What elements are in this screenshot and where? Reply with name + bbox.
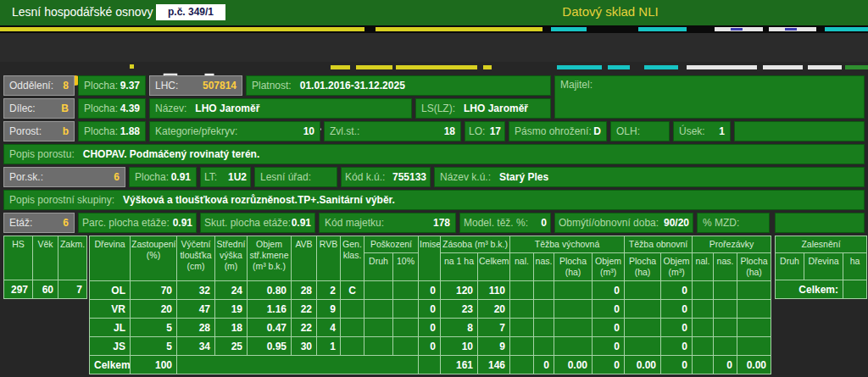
field-label: Lesní úřad: (260, 171, 311, 183)
field-value: 0.91 (173, 217, 192, 229)
field-value: D (593, 125, 601, 137)
species-row: VR 20 47 19 1.16 22 9 0 23 20 0 0 (90, 300, 771, 319)
field-skut-plocha: Skut. plocha etáže: 0.91 (200, 213, 315, 233)
field-label: Kód k.ú.: (345, 171, 385, 183)
field-label: Kód majetku: (325, 217, 384, 229)
cell (419, 356, 441, 374)
group-header-zasoba: Zásoba (m³ b.k.) (441, 236, 510, 253)
toolbar: 100 % (0, 33, 868, 62)
field-empty-porost (734, 121, 865, 141)
cell (534, 281, 554, 300)
cell: 0 (593, 356, 625, 374)
cell: 0 (593, 281, 625, 300)
hs-table-row: 297 60 7 (4, 280, 87, 299)
map-strip-segment (551, 27, 587, 31)
col-header-zastoupeni: Zastoupení (%) (131, 236, 177, 281)
col-header-zakm: Zakm. (58, 236, 87, 280)
cell (737, 281, 771, 300)
field-value: Výšková a tloušťková rozrůzněnost.TP+.Sa… (123, 194, 395, 206)
field-value: 1.88 (120, 125, 140, 137)
col-header-to-plocha: Plocha (ha) (625, 253, 661, 281)
col-header-zal-ha: ha (843, 253, 867, 280)
cell: 0.00 (625, 356, 661, 374)
field-platnost: Platnost: 01.01.2016-31.12.2025 (246, 75, 551, 96)
cell (625, 281, 661, 300)
field-etaz: Etáž: 6 (3, 213, 75, 233)
field-oddeleni: Oddělení: 8 (3, 75, 75, 96)
map-strip-segment (0, 27, 364, 31)
map-strip-segment (376, 27, 542, 31)
cell (554, 281, 593, 300)
field-label: Plocha: (84, 125, 118, 137)
cell (625, 300, 661, 319)
app-window: Lesní hospodářské osnovy p.č. 349/1 Dato… (0, 0, 868, 377)
col-header-pr-nas: nas. (714, 253, 737, 281)
total-label: Celkem: (90, 356, 131, 374)
field-label: Parc. plocha etáže: (82, 217, 170, 229)
cell (393, 337, 419, 356)
cell: 0 (419, 337, 441, 356)
cell (714, 337, 737, 356)
cell: 0 (661, 319, 693, 337)
col-header-celkem: Celkem (478, 253, 510, 281)
parcel-number-box[interactable]: p.č. 349/1 (156, 4, 225, 20)
map-strip-segment (825, 27, 868, 31)
map-strip-top (0, 25, 868, 33)
cell: 100 (131, 356, 177, 374)
field-value: 0.91 (171, 171, 191, 183)
cell (554, 337, 593, 356)
map-strip-segment (483, 65, 492, 69)
field-label: Majitel: (560, 79, 593, 91)
col-header-tv-nal: nal. (510, 253, 534, 281)
species-table: Dřevina Zastoupení (%) Výčetní tloušťka … (89, 236, 771, 374)
field-value: 01.01.2016-31.12.2025 (300, 80, 405, 91)
cell: 0.95 (248, 337, 292, 356)
cell: 5 (131, 319, 177, 337)
field-value: 6 (63, 217, 69, 229)
cell: 0 (593, 300, 625, 319)
cell-drevina: JS (90, 337, 131, 356)
col-header-tv-objem: Objem (m³) (593, 253, 625, 281)
field-label: Model. těž. %: (464, 217, 528, 229)
species-row: OL 70 32 24 0.80 28 2 C 0 120 110 0 0 (90, 281, 771, 300)
cell: 0 (593, 337, 625, 356)
field-value: 1 (719, 125, 725, 137)
cell-drevina: JL (90, 319, 131, 337)
field-mzd: % MZD: (697, 213, 770, 233)
cell: 19 (215, 300, 248, 319)
field-value: 1U2 (228, 171, 247, 183)
row-etaz: Etáž: 6 Parc. plocha etáže: 0.91 Skut. p… (0, 213, 868, 233)
cell (693, 300, 714, 319)
field-label: Kategorie/překryv: (155, 125, 237, 137)
cell: 0.00 (737, 356, 771, 374)
zalesneni-table: Zalesnění Druh Dřevina ha Celkem: (775, 236, 867, 299)
cell: 70 (131, 281, 177, 300)
col-header-vek: Věk (33, 236, 58, 280)
field-label: Popis porostu: (9, 148, 75, 160)
cell: C (341, 281, 364, 300)
cell: 24 (215, 281, 248, 300)
cell: 10 (441, 337, 478, 356)
cell: 4 (317, 319, 341, 337)
cell (393, 319, 419, 337)
field-parc-plocha: Parc. plocha etáže: 0.91 (78, 213, 197, 233)
cell: 0 (661, 300, 693, 319)
field-label: Popis porostní skupiny: (9, 194, 114, 206)
map-strip-segment (396, 65, 477, 69)
group-header-poskozeni: Poškození (364, 236, 419, 253)
cell (510, 281, 534, 300)
map-strip-segment (687, 65, 757, 69)
top-header-bar: Lesní hospodářské osnovy p.č. 349/1 Dato… (0, 0, 868, 25)
cell (693, 319, 714, 337)
cell: 0 (534, 356, 554, 374)
col-header-drevina: Dřevina (90, 236, 131, 281)
map-strip-segment (763, 65, 803, 69)
row-oddeleni: Oddělení: 8 Plocha: 9.37 LHC: 507814 Pla… (0, 75, 868, 96)
field-value: 0.91 (292, 217, 311, 229)
field-lslz: LS(LZ): LHO Jaroměř (415, 98, 551, 119)
field-nazev-ku: Název k.ú.: Starý Ples (434, 167, 865, 187)
field-value: 6 (114, 171, 120, 183)
map-strip-segment (557, 65, 602, 69)
col-header-pr-plocha: Plocha (ha) (737, 253, 771, 281)
field-label: Por.sk.: (9, 171, 43, 183)
